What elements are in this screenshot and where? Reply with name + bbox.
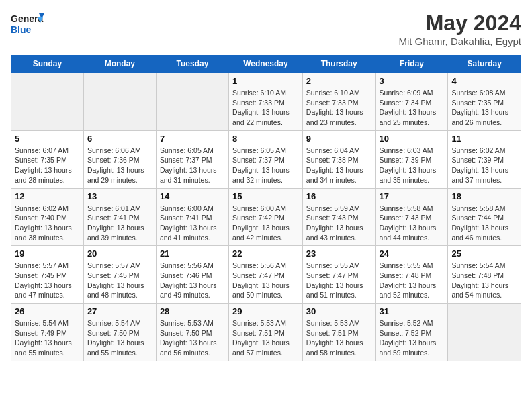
calendar-cell: 23Sunrise: 5:55 AMSunset: 7:47 PMDayligh… bbox=[302, 246, 375, 304]
calendar-cell bbox=[448, 304, 521, 361]
day-number: 25 bbox=[451, 248, 517, 259]
day-number: 18 bbox=[451, 191, 517, 201]
day-number: 1 bbox=[232, 76, 299, 86]
week-row-4: 19Sunrise: 5:57 AMSunset: 7:45 PMDayligh… bbox=[11, 246, 521, 304]
calendar-cell: 29Sunrise: 5:53 AMSunset: 7:51 PMDayligh… bbox=[229, 304, 303, 361]
calendar-cell: 10Sunrise: 6:03 AMSunset: 7:39 PMDayligh… bbox=[375, 130, 448, 188]
weekday-header-saturday: Saturday bbox=[448, 55, 521, 73]
day-info: Sunrise: 6:01 AMSunset: 7:41 PMDaylight:… bbox=[87, 203, 152, 243]
calendar-cell: 12Sunrise: 6:02 AMSunset: 7:40 PMDayligh… bbox=[11, 188, 84, 246]
day-info: Sunrise: 5:53 AMSunset: 7:51 PMDaylight:… bbox=[232, 318, 299, 358]
calendar-cell: 17Sunrise: 5:58 AMSunset: 7:43 PMDayligh… bbox=[375, 188, 448, 246]
weekday-header-thursday: Thursday bbox=[302, 55, 375, 73]
calendar-cell: 14Sunrise: 6:00 AMSunset: 7:41 PMDayligh… bbox=[156, 188, 228, 246]
day-info: Sunrise: 5:54 AMSunset: 7:49 PMDaylight:… bbox=[15, 318, 80, 358]
day-number: 24 bbox=[380, 248, 445, 259]
day-info: Sunrise: 6:05 AMSunset: 7:37 PMDaylight:… bbox=[160, 146, 225, 185]
day-number: 23 bbox=[306, 248, 372, 259]
day-number: 28 bbox=[160, 306, 225, 316]
month-year-title: May 2024 bbox=[398, 11, 521, 36]
calendar-table: SundayMondayTuesdayWednesdayThursdayFrid… bbox=[11, 55, 521, 361]
calendar-cell: 9Sunrise: 6:04 AMSunset: 7:38 PMDaylight… bbox=[302, 130, 375, 188]
day-number: 27 bbox=[87, 306, 152, 316]
day-number: 30 bbox=[306, 306, 372, 316]
logo-svg: General Blue bbox=[11, 11, 44, 38]
day-number: 11 bbox=[451, 134, 517, 144]
calendar-cell: 11Sunrise: 6:02 AMSunset: 7:39 PMDayligh… bbox=[448, 130, 521, 188]
week-row-3: 12Sunrise: 6:02 AMSunset: 7:40 PMDayligh… bbox=[11, 188, 521, 246]
day-info: Sunrise: 5:59 AMSunset: 7:43 PMDaylight:… bbox=[306, 203, 372, 243]
day-info: Sunrise: 5:54 AMSunset: 7:48 PMDaylight:… bbox=[451, 261, 517, 300]
day-number: 12 bbox=[15, 191, 80, 201]
day-info: Sunrise: 6:07 AMSunset: 7:35 PMDaylight:… bbox=[15, 146, 80, 185]
calendar-cell: 30Sunrise: 5:53 AMSunset: 7:51 PMDayligh… bbox=[302, 304, 375, 361]
day-number: 6 bbox=[87, 134, 152, 144]
day-number: 22 bbox=[232, 248, 299, 259]
day-info: Sunrise: 5:57 AMSunset: 7:45 PMDaylight:… bbox=[87, 261, 152, 300]
day-number: 2 bbox=[306, 76, 372, 86]
day-info: Sunrise: 5:53 AMSunset: 7:51 PMDaylight:… bbox=[306, 318, 372, 358]
calendar-cell: 27Sunrise: 5:54 AMSunset: 7:50 PMDayligh… bbox=[83, 304, 156, 361]
day-info: Sunrise: 6:06 AMSunset: 7:36 PMDaylight:… bbox=[87, 146, 152, 185]
day-number: 13 bbox=[87, 191, 152, 201]
calendar-cell: 8Sunrise: 6:05 AMSunset: 7:37 PMDaylight… bbox=[229, 130, 303, 188]
calendar-cell: 4Sunrise: 6:08 AMSunset: 7:35 PMDaylight… bbox=[448, 73, 521, 131]
day-info: Sunrise: 6:02 AMSunset: 7:40 PMDaylight:… bbox=[15, 203, 80, 243]
weekday-header-wednesday: Wednesday bbox=[229, 55, 303, 73]
day-number: 20 bbox=[87, 248, 152, 259]
weekday-header-sunday: Sunday bbox=[11, 55, 84, 73]
calendar-cell: 3Sunrise: 6:09 AMSunset: 7:34 PMDaylight… bbox=[375, 73, 448, 131]
day-number: 7 bbox=[160, 134, 225, 144]
day-number: 3 bbox=[380, 76, 445, 86]
weekday-header-tuesday: Tuesday bbox=[156, 55, 228, 73]
calendar-cell: 20Sunrise: 5:57 AMSunset: 7:45 PMDayligh… bbox=[83, 246, 156, 304]
day-info: Sunrise: 5:55 AMSunset: 7:47 PMDaylight:… bbox=[306, 261, 372, 300]
weekday-header-friday: Friday bbox=[375, 55, 448, 73]
calendar-cell: 18Sunrise: 5:58 AMSunset: 7:44 PMDayligh… bbox=[448, 188, 521, 246]
page-header: General Blue May 2024 Mit Ghamr, Dakahli… bbox=[11, 11, 521, 47]
day-info: Sunrise: 6:03 AMSunset: 7:39 PMDaylight:… bbox=[380, 146, 445, 185]
day-info: Sunrise: 5:52 AMSunset: 7:52 PMDaylight:… bbox=[380, 318, 445, 358]
calendar-cell: 26Sunrise: 5:54 AMSunset: 7:49 PMDayligh… bbox=[11, 304, 84, 361]
svg-text:Blue: Blue bbox=[11, 24, 32, 35]
day-number: 15 bbox=[232, 191, 299, 201]
day-info: Sunrise: 5:56 AMSunset: 7:46 PMDaylight:… bbox=[160, 261, 225, 300]
day-number: 8 bbox=[232, 134, 299, 144]
calendar-cell bbox=[11, 73, 84, 131]
day-number: 16 bbox=[306, 191, 372, 201]
day-info: Sunrise: 6:02 AMSunset: 7:39 PMDaylight:… bbox=[451, 146, 517, 185]
calendar-cell: 28Sunrise: 5:53 AMSunset: 7:50 PMDayligh… bbox=[156, 304, 228, 361]
day-number: 5 bbox=[15, 134, 80, 144]
day-info: Sunrise: 6:09 AMSunset: 7:34 PMDaylight:… bbox=[380, 88, 445, 128]
calendar-cell: 24Sunrise: 5:55 AMSunset: 7:48 PMDayligh… bbox=[375, 246, 448, 304]
day-info: Sunrise: 6:04 AMSunset: 7:38 PMDaylight:… bbox=[306, 146, 372, 185]
calendar-cell: 13Sunrise: 6:01 AMSunset: 7:41 PMDayligh… bbox=[83, 188, 156, 246]
calendar-cell: 25Sunrise: 5:54 AMSunset: 7:48 PMDayligh… bbox=[448, 246, 521, 304]
day-number: 26 bbox=[15, 306, 80, 316]
calendar-cell bbox=[156, 73, 228, 131]
day-number: 9 bbox=[306, 134, 372, 144]
calendar-cell: 15Sunrise: 6:00 AMSunset: 7:42 PMDayligh… bbox=[229, 188, 303, 246]
calendar-cell: 1Sunrise: 6:10 AMSunset: 7:33 PMDaylight… bbox=[229, 73, 303, 131]
calendar-cell: 31Sunrise: 5:52 AMSunset: 7:52 PMDayligh… bbox=[375, 304, 448, 361]
day-info: Sunrise: 5:54 AMSunset: 7:50 PMDaylight:… bbox=[87, 318, 152, 358]
calendar-cell: 5Sunrise: 6:07 AMSunset: 7:35 PMDaylight… bbox=[11, 130, 84, 188]
day-info: Sunrise: 6:08 AMSunset: 7:35 PMDaylight:… bbox=[451, 88, 517, 128]
weekday-header-row: SundayMondayTuesdayWednesdayThursdayFrid… bbox=[11, 55, 521, 73]
calendar-cell: 22Sunrise: 5:56 AMSunset: 7:47 PMDayligh… bbox=[229, 246, 303, 304]
day-info: Sunrise: 6:10 AMSunset: 7:33 PMDaylight:… bbox=[232, 88, 299, 128]
day-info: Sunrise: 5:58 AMSunset: 7:44 PMDaylight:… bbox=[451, 203, 517, 243]
day-info: Sunrise: 5:53 AMSunset: 7:50 PMDaylight:… bbox=[160, 318, 225, 358]
day-info: Sunrise: 5:56 AMSunset: 7:47 PMDaylight:… bbox=[232, 261, 299, 300]
calendar-cell: 6Sunrise: 6:06 AMSunset: 7:36 PMDaylight… bbox=[83, 130, 156, 188]
day-number: 17 bbox=[380, 191, 445, 201]
day-info: Sunrise: 5:57 AMSunset: 7:45 PMDaylight:… bbox=[15, 261, 80, 300]
weekday-header-monday: Monday bbox=[83, 55, 156, 73]
day-number: 21 bbox=[160, 248, 225, 259]
day-number: 31 bbox=[380, 306, 445, 316]
day-info: Sunrise: 6:10 AMSunset: 7:33 PMDaylight:… bbox=[306, 88, 372, 128]
day-info: Sunrise: 5:58 AMSunset: 7:43 PMDaylight:… bbox=[380, 203, 445, 243]
week-row-5: 26Sunrise: 5:54 AMSunset: 7:49 PMDayligh… bbox=[11, 304, 521, 361]
day-info: Sunrise: 6:00 AMSunset: 7:41 PMDaylight:… bbox=[160, 203, 225, 243]
week-row-2: 5Sunrise: 6:07 AMSunset: 7:35 PMDaylight… bbox=[11, 130, 521, 188]
